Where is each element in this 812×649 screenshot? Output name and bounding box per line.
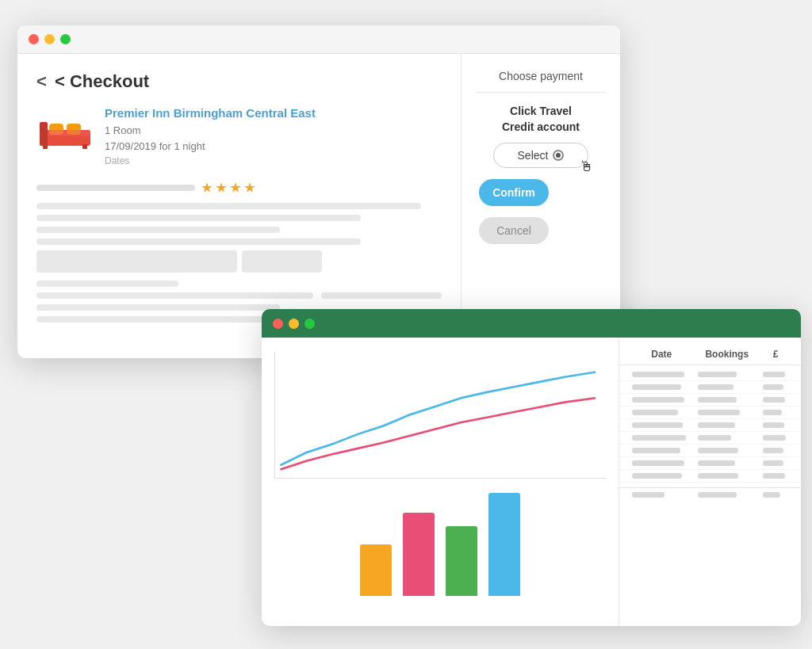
- table-row: [619, 470, 801, 483]
- table-row: [619, 407, 801, 419]
- skeleton-line-3: [36, 227, 280, 233]
- svg-rect-1: [40, 122, 48, 146]
- skeleton-card-2: [242, 250, 322, 273]
- svg-rect-6: [82, 144, 87, 149]
- checkout-heading: < Checkout: [55, 71, 149, 91]
- select-button[interactable]: Select 🖱: [493, 143, 588, 168]
- chart-area: [262, 338, 619, 626]
- rating-bar: [36, 182, 442, 193]
- col-amount: £: [760, 349, 791, 360]
- radio-button[interactable]: [553, 150, 564, 161]
- hotel-details: Premier Inn Birmingham Central East 1 Ro…: [105, 106, 316, 168]
- booking-dates: 17/09/2019 for 1 night: [105, 139, 316, 155]
- table-row: [619, 432, 801, 445]
- hotel-info: Premier Inn Birmingham Central East 1 Ro…: [36, 106, 442, 168]
- skeleton-row-1: [36, 292, 442, 299]
- checkout-window: < < Checkout: [17, 25, 620, 358]
- table-row: [619, 419, 801, 432]
- bar-3: [446, 526, 477, 596]
- analytics-window: Date Bookings £: [262, 309, 801, 626]
- close-dot-2[interactable]: [273, 319, 283, 329]
- checkout-title: < < Checkout: [36, 71, 442, 92]
- back-arrow-icon[interactable]: <: [36, 71, 47, 91]
- confirm-button[interactable]: Confirm: [479, 179, 549, 206]
- room-count: 1 Room: [105, 123, 316, 139]
- table-row: [619, 457, 801, 470]
- dates-label: Dates: [105, 154, 316, 168]
- svg-rect-4: [48, 130, 90, 136]
- cancel-button[interactable]: Cancel: [479, 217, 549, 244]
- table-footer: [619, 487, 801, 502]
- minimize-dot[interactable]: [44, 34, 55, 44]
- bar-1: [360, 544, 392, 596]
- table-row: [619, 394, 801, 407]
- skeleton-line-5: [36, 281, 178, 287]
- select-label: Select: [518, 149, 549, 162]
- data-table: Date Bookings £: [619, 338, 801, 626]
- table-row: [619, 368, 801, 381]
- col-date: Date: [629, 349, 695, 360]
- col-bookings: Bookings: [695, 349, 760, 360]
- minimize-dot-2[interactable]: [289, 319, 299, 329]
- skeleton-grid: [36, 250, 442, 273]
- rating-progress: [36, 185, 195, 191]
- skeleton-line-1: [36, 203, 421, 209]
- rating-stars: [201, 182, 255, 193]
- cursor-icon: 🖱: [580, 158, 594, 175]
- skeleton-line-2: [36, 215, 361, 221]
- bar-4: [488, 493, 520, 596]
- hotel-name: Premier Inn Birmingham Central East: [105, 106, 316, 120]
- bar-chart: [274, 493, 606, 596]
- skeleton-line-4: [36, 239, 361, 245]
- payment-provider-name: Click Travel Credit account: [476, 104, 606, 135]
- titlebar: [17, 25, 620, 54]
- table-row: [619, 381, 801, 394]
- svg-rect-5: [43, 144, 48, 149]
- line-chart: [274, 352, 606, 479]
- table-header: Date Bookings £: [619, 344, 801, 365]
- skeleton-card-1: [36, 250, 237, 273]
- skeleton-line-6: [36, 304, 280, 311]
- maximize-dot-2[interactable]: [304, 319, 315, 329]
- table-rows: [619, 365, 801, 486]
- analytics-titlebar: [262, 309, 801, 338]
- close-dot[interactable]: [29, 34, 39, 44]
- maximize-dot[interactable]: [60, 34, 71, 44]
- payment-title: Choose payment: [476, 70, 606, 93]
- table-row: [619, 445, 801, 457]
- hotel-icon: [36, 106, 94, 151]
- payment-option: Click Travel Credit account Select 🖱: [476, 104, 606, 168]
- bar-2: [403, 513, 435, 596]
- radio-dot-inner: [556, 153, 561, 158]
